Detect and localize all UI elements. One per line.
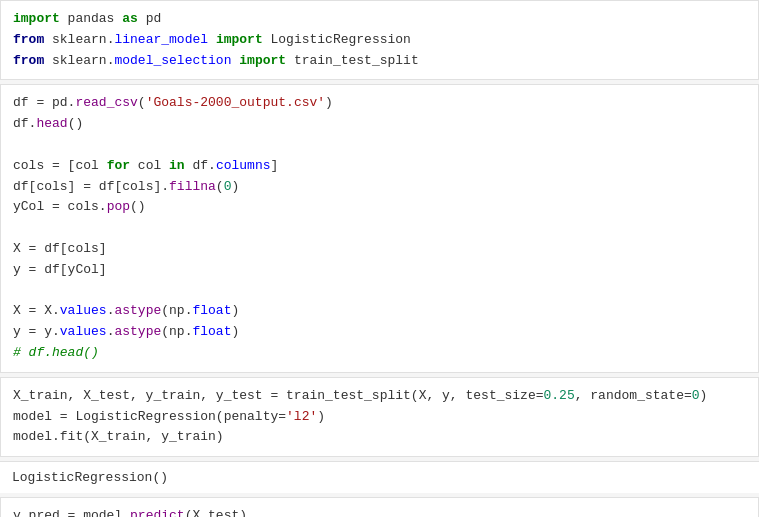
token: 0 [692,388,700,403]
notebook: import pandas as pd from sklearn.linear_… [0,0,759,517]
cell-model: X_train, X_test, y_train, y_test = train… [0,377,759,457]
cell-data-code: df = pd.read_csv('Goals-2000_output.csv'… [13,93,746,363]
code-line-1: from sklearn.linear_model import Logisti… [13,32,411,47]
token: ) [325,95,333,110]
token: ( [138,95,146,110]
token: astype [114,324,161,339]
token: float [192,324,231,339]
token: X_train, X_test, y_train, y_test = train… [13,388,544,403]
token: pandas [60,11,122,26]
token: linear_model [114,32,208,47]
token: head [36,116,67,131]
token: , random_state= [575,388,692,403]
token [208,32,216,47]
token: y = df[yCol] [13,262,107,277]
token: df. [185,158,216,173]
token: import [13,11,60,26]
token: model.fit(X_train, y_train) [13,429,224,444]
token: predict [130,508,185,517]
token: col [130,158,169,173]
token: () [68,116,84,131]
code-line-8: y = df[yCol] [13,262,107,277]
cell-data: df = pd.read_csv('Goals-2000_output.csv'… [0,84,759,372]
token: pop [107,199,130,214]
token: train_test_split [286,53,419,68]
token: 0.25 [544,388,575,403]
cell-model-code: X_train, X_test, y_train, y_test = train… [13,386,746,448]
token: (np. [161,303,192,318]
token: import [216,32,263,47]
code-line-1: model = LogisticRegression(penalty='l2') [13,409,325,424]
code-line-2: model.fit(X_train, y_train) [13,429,224,444]
token: ) [700,388,708,403]
token: in [169,158,185,173]
token: y_pred = model. [13,508,130,517]
code-line-12: # df.head() [13,345,99,360]
code-line-0: X_train, X_test, y_train, y_test = train… [13,388,707,403]
code-line-0: import pandas as pd [13,11,161,26]
token: ( [216,179,224,194]
token: LogisticRegression [263,32,411,47]
code-line-0: df = pd.read_csv('Goals-2000_output.csv'… [13,95,333,110]
token: # df.head() [13,345,99,360]
code-line-7: X = df[cols] [13,241,107,256]
token: model = LogisticRegression(penalty= [13,409,286,424]
cell-imports: import pandas as pd from sklearn.linear_… [0,0,759,80]
token: values [60,303,107,318]
token: cols = [col [13,158,107,173]
code-line-4: df[cols] = df[cols].fillna(0) [13,179,239,194]
token: (X_test) [185,508,247,517]
token: (np. [161,324,192,339]
token: df [13,95,29,110]
cell-predict: y_pred = model.predict(X_test) print('Ac… [0,497,759,517]
token: from [13,32,44,47]
token: = df[cols]. [75,179,169,194]
token: sklearn. [44,53,114,68]
token: pd [138,11,161,26]
token: df[cols] [13,179,75,194]
cell-predict-code: y_pred = model.predict(X_test) print('Ac… [13,506,746,517]
token: 'Goals-2000_output.csv' [146,95,325,110]
code-line-10: X = X.values.astype(np.float) [13,303,239,318]
token: X = df[cols] [13,241,107,256]
token: ] [270,158,278,173]
token: model_selection [114,53,231,68]
token: sklearn. [44,32,114,47]
cell-model-output: LogisticRegression() [0,461,759,493]
token: ) [231,324,239,339]
token: X = X. [13,303,60,318]
token: y = y. [13,324,60,339]
token: columns [216,158,271,173]
token: yCol = cols. [13,199,107,214]
token: ) [231,179,239,194]
cell-model-output-text: LogisticRegression() [12,466,747,485]
code-line-0: y_pred = model.predict(X_test) [13,508,247,517]
token: df. [13,116,36,131]
token: float [192,303,231,318]
token: 'l2' [286,409,317,424]
code-line-5: yCol = cols.pop() [13,199,146,214]
token: for [107,158,130,173]
token: ) [231,303,239,318]
token: astype [114,303,161,318]
code-line-11: y = y.values.astype(np.float) [13,324,239,339]
token: values [60,324,107,339]
token: as [122,11,138,26]
token: fillna [169,179,216,194]
token: ) [317,409,325,424]
code-line-1: df.head() [13,116,83,131]
token: read_csv [75,95,137,110]
cell-imports-code: import pandas as pd from sklearn.linear_… [13,9,746,71]
code-line-2: from sklearn.model_selection import trai… [13,53,419,68]
token: from [13,53,44,68]
token: import [239,53,286,68]
code-line-3: cols = [col for col in df.columns] [13,158,278,173]
token: () [130,199,146,214]
token: = pd. [29,95,76,110]
